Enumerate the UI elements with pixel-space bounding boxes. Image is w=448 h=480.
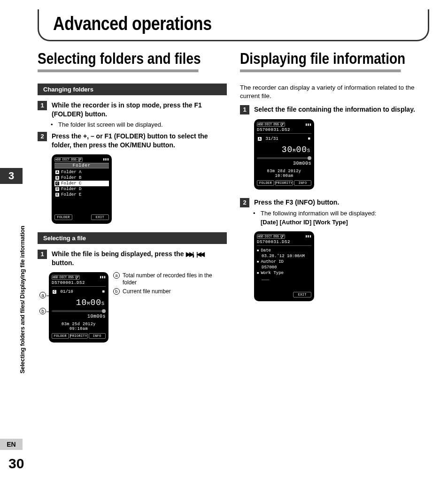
filename: DS700031.DS2 bbox=[257, 128, 311, 134]
callout-label-b: b bbox=[39, 308, 46, 314]
step-text: While the file is being displayed, press… bbox=[52, 250, 227, 267]
timestamp: 03m 25d 2012y 09:10am bbox=[52, 322, 106, 331]
lcd-folder-list: mSD DICT DSS QP▮▮▮ Folder AFolder A BFol… bbox=[52, 154, 112, 224]
step-text: While the recorder is in stop mode, pres… bbox=[52, 101, 227, 119]
softkey: INFO bbox=[294, 180, 311, 186]
info-value: DS7000 bbox=[257, 265, 311, 270]
callout-text: aTotal number of recorded files in the f… bbox=[113, 272, 227, 297]
step-3: 1 While the file is being displayed, pre… bbox=[38, 250, 227, 267]
right-step-2: 2 Press the F3 (INFO) button. bbox=[240, 198, 429, 207]
step-number: 2 bbox=[38, 132, 47, 141]
device-screen-play: mSD DICT DSS QP▮▮▮ DS700031.DS2 A 31/31 … bbox=[254, 119, 429, 190]
two-column-layout: Selecting folders and files Changing fol… bbox=[38, 50, 429, 343]
next-track-icon: ▶▶| bbox=[186, 251, 193, 257]
file-counter-row: A 31/31 ■ bbox=[257, 136, 311, 142]
step-1: 1 While the recorder is in stop mode, pr… bbox=[38, 101, 227, 119]
callout-label-a: a bbox=[39, 292, 46, 298]
lcd-title-bar: Folder bbox=[54, 163, 109, 168]
battery-icon: ▮▮▮ bbox=[100, 275, 106, 279]
softkey: FOLDER bbox=[257, 180, 274, 186]
chapter-title: Advanced operations bbox=[53, 13, 360, 34]
list-item: BFolder B bbox=[54, 175, 109, 181]
step-2: 2 Press the +, – or F1 (FOLDER) button t… bbox=[38, 132, 227, 150]
step-bullet: The following information will be displa… bbox=[256, 209, 429, 226]
device-screen-file: a b mSD DICT DSS QP▮▮▮ DS700001.DS2 C 01… bbox=[39, 272, 227, 343]
language-tab: EN bbox=[0, 439, 23, 450]
info-value: 03.28.'12 10:00AM bbox=[257, 253, 311, 259]
right-column: Displaying file information The recorder… bbox=[240, 50, 429, 343]
lcd-play-view: mSD DICT DSS QP▮▮▮ DS700031.DS2 A 31/31 … bbox=[254, 119, 314, 190]
lcd-info-view: mSD DICT DSS QP▮▮▮ DS700031.DS2 Date 03.… bbox=[254, 231, 314, 301]
filename: DS700031.DS2 bbox=[257, 240, 311, 246]
list-item: DFolder D bbox=[54, 186, 109, 192]
intro-text: The recorder can display a variety of in… bbox=[240, 84, 429, 100]
section-title-left: Selecting folders and files bbox=[38, 50, 199, 72]
softkey-row: FOLDER EXIT bbox=[54, 214, 109, 220]
folder-list: AFolder A BFolder B CFolder C DFolder D … bbox=[54, 169, 109, 198]
softkey: FOLDER bbox=[54, 214, 72, 220]
prev-track-icon: |◀◀ bbox=[196, 251, 203, 257]
list-item: EFolder E bbox=[54, 192, 109, 198]
softkey: FOLDER bbox=[52, 333, 69, 339]
section-title-right: Displaying file information bbox=[240, 50, 401, 72]
subhead-selecting-file: Selecting a file bbox=[38, 232, 227, 244]
softkey: INFO bbox=[89, 333, 106, 339]
softkey: EXIT bbox=[293, 292, 311, 297]
battery-icon: ▮▮▮ bbox=[103, 157, 109, 161]
side-section-label: Selecting folders and files/ Displaying … bbox=[19, 188, 25, 375]
elapsed-time: 10M00S bbox=[52, 295, 106, 309]
step-number: 1 bbox=[240, 105, 249, 114]
total-time: 10m00s bbox=[52, 314, 106, 319]
subhead-changing-folders: Changing folders bbox=[38, 84, 227, 95]
lcd-file-view: mSD DICT DSS QP▮▮▮ DS700001.DS2 C 01/10 … bbox=[49, 272, 108, 343]
progress-handle bbox=[308, 156, 311, 160]
device-screen-folder: mSD DICT DSS QP▮▮▮ Folder AFolder A BFol… bbox=[52, 154, 227, 224]
softkey-row: EXIT bbox=[257, 292, 311, 297]
battery-icon: ▮▮▮ bbox=[305, 122, 311, 127]
filename: DS700001.DS2 bbox=[52, 281, 106, 287]
step-text: Press the F3 (INFO) button. bbox=[254, 198, 429, 207]
step-bullet: The folder list screen will be displayed… bbox=[54, 121, 227, 129]
softkey: PRIORITY bbox=[70, 333, 88, 339]
info-list: Date 03.28.'12 10:00AM Author ID DS7000 … bbox=[257, 248, 311, 282]
info-label: Work Type bbox=[257, 270, 311, 276]
step-number: 2 bbox=[240, 198, 249, 207]
total-time: 30m00s bbox=[257, 161, 311, 166]
elapsed-time: 30M00S bbox=[257, 142, 311, 156]
timestamp: 03m 28d 2012y 10:00am bbox=[257, 169, 311, 178]
right-step-1: 1 Select the file containing the informa… bbox=[240, 105, 429, 114]
lcd-status-bar: mSD DICT DSS QP▮▮▮ bbox=[257, 122, 311, 127]
lcd-status-bar: mSD DICT DSS QP▮▮▮ bbox=[52, 275, 106, 280]
battery-icon: ▮▮▮ bbox=[305, 234, 311, 238]
progress-bar bbox=[52, 310, 106, 312]
left-column: Selecting folders and files Changing fol… bbox=[38, 50, 227, 343]
list-item-selected: CFolder C bbox=[54, 181, 109, 186]
softkey-row: FOLDER PRIORITY INFO bbox=[52, 333, 106, 339]
info-value: ___ bbox=[257, 276, 311, 282]
manual-page: Advanced operations Selecting folders an… bbox=[0, 0, 448, 480]
step-number: 1 bbox=[38, 250, 47, 259]
info-label: Author ID bbox=[257, 259, 311, 265]
stop-icon: ■ bbox=[308, 137, 310, 141]
stop-icon: ■ bbox=[102, 290, 105, 294]
callout-pointers: a b bbox=[39, 292, 46, 314]
step-text: Select the file containing the informati… bbox=[254, 105, 429, 114]
list-item: AFolder A bbox=[54, 169, 109, 175]
softkey: PRIORITY bbox=[275, 180, 293, 186]
step-number: 1 bbox=[38, 101, 47, 110]
progress-handle bbox=[102, 309, 106, 313]
step-text: Press the +, – or F1 (FOLDER) button to … bbox=[52, 132, 227, 150]
file-counter-row: C 01/10 ■ bbox=[52, 289, 106, 295]
progress-bar bbox=[257, 157, 311, 159]
device-screen-info: mSD DICT DSS QP▮▮▮ DS700031.DS2 Date 03.… bbox=[254, 231, 429, 301]
chapter-tab: 3 bbox=[0, 168, 23, 184]
page-number: 30 bbox=[8, 456, 24, 472]
lcd-status-bar: mSD DICT DSS QP▮▮▮ bbox=[257, 234, 311, 239]
softkey-row: FOLDER PRIORITY INFO bbox=[257, 180, 311, 186]
chapter-header: Advanced operations bbox=[38, 9, 429, 41]
lcd-status-bar: mSD DICT DSS QP▮▮▮ bbox=[54, 157, 109, 162]
softkey: EXIT bbox=[91, 214, 109, 220]
info-label: Date bbox=[257, 248, 311, 253]
